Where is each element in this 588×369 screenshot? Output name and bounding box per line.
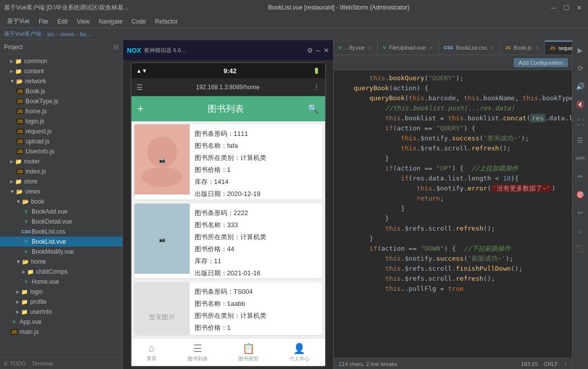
sidebar-item-app-vue[interactable]: V App.vue [0,317,122,327]
book-category-0: 图书所在类别：计算机类 [195,153,317,162]
emulator-settings-icon[interactable]: ⚙ [307,47,313,54]
add-configuration-button[interactable]: Add Configuration [514,58,568,67]
edit-icon[interactable]: ✏ [574,170,586,182]
sidebar-item-book-folder[interactable]: ▼ 📂 book [0,197,122,207]
sidebar-item-booktype-js[interactable]: JS BookType.js [0,96,122,106]
sidebar-item-home-vue[interactable]: V Home.vue [0,277,122,287]
nav-label-home: 首页 [146,355,157,362]
sidebar-item-login-js[interactable]: JS login.js [0,116,122,126]
tab-close-icon[interactable]: ✕ [368,45,372,51]
sidebar-item-network[interactable]: ▼ 📂 network [0,76,122,86]
sidebar-item-router[interactable]: ▶ 📁 router [0,156,122,166]
run-icon[interactable]: ▶ [574,44,586,56]
sidebar-collapse-icon[interactable]: ⊟ [113,44,118,51]
menu-file[interactable]: File [35,17,52,26]
settings-icon[interactable]: ☰ [574,134,586,146]
menu-code[interactable]: Code [127,17,150,26]
todo-label[interactable]: 6: TODO [4,360,26,366]
menu-navigate[interactable]: Navigate [95,17,126,26]
menu-icon[interactable]: ☰ [136,83,143,91]
sidebar-item-booklist-vue[interactable]: V BookList.vue [0,237,122,247]
target-icon[interactable]: 🎯 [574,189,586,201]
sidebar-item-home-js[interactable]: JS home.js [0,106,122,116]
title-bar-controls: ─ ☐ ✕ [549,4,584,12]
breadcrumb-item-3[interactable]: bo... [80,31,90,37]
breadcrumb-item-2[interactable]: views [60,31,74,37]
sidebar-item-profile[interactable]: ▶ 📁 profile [0,297,122,307]
refresh-icon[interactable]: ⟳ [574,62,586,74]
more-icon[interactable]: ⋮ [313,83,320,91]
tab-modify-vue[interactable]: V ...ify.vue ✕ [334,41,378,55]
breadcrumb-item-1[interactable]: src [47,31,55,37]
menu-refactor[interactable]: Refactor [151,17,182,26]
terminal-label[interactable]: Terminal [32,360,53,366]
folder-open-icon: 📂 [22,258,30,266]
sidebar-item-upload-js[interactable]: JS upload.js [0,136,122,146]
nav-item-list[interactable]: ☰ 图书列表 [188,342,208,362]
tab-book-js[interactable]: JS Book.js ✕ [500,41,545,55]
minimize-button[interactable]: ─ [549,4,558,12]
book-barcode-2: 图书条形码：TS004 [195,287,317,296]
sidebar-item-userinfo-js[interactable]: JS UserInfo.js [0,146,122,156]
menu-view[interactable]: View [73,17,94,26]
emulator-bar-left: NOX 夜神模拟器 6.6... [127,47,186,54]
nav-item-profile[interactable]: 👤 个人中心 [289,342,310,362]
app-icon[interactable]: APP [574,152,586,164]
search-button[interactable]: 🔍 [308,103,319,114]
sidebar-item-label: UserInfo.js [26,148,54,155]
home-icon[interactable]: ⌂ [574,225,586,237]
maximize-button[interactable]: ☐ [562,4,571,12]
tab-label: ...ify.vue [345,45,365,51]
sidebar-item-views[interactable]: ▼ 📂 views [0,187,122,197]
mute-icon[interactable]: 🔇 [574,98,586,110]
menu-edit[interactable]: Edit [53,17,72,26]
sidebar-item-content[interactable]: ▶ 📁 content [0,66,122,76]
add-book-button[interactable]: + [137,102,144,115]
arrow-icon: ▼ [10,79,15,84]
sidebar-item-booklist-css[interactable]: CSS BookList.css [0,227,122,237]
sidebar-item-bookadd-vue[interactable]: V BookAdd.vue [0,207,122,217]
book-info-1: 图书条形码：2222 图书名称：333 图书所在类别：计算机类 图书价格：44 … [190,204,322,279]
sidebar-item-main-js[interactable]: JS main.js [0,327,122,337]
sidebar-item-userinfo[interactable]: ▶ 📁 userInfo [0,307,122,317]
tab-request-js[interactable]: JS request.js ✕ [545,41,572,55]
back-icon[interactable]: ↩ [574,207,586,219]
nav-item-home[interactable]: ⌂ 首页 [146,342,157,362]
tab-close-icon[interactable]: ✕ [429,45,433,51]
sidebar-item-common[interactable]: ▶ 📁 common [0,56,122,66]
sidebar-item-store[interactable]: ▶ 📁 store [0,176,122,187]
code-line: queryBook(this.barcode, this.bookName, t… [334,93,572,103]
right-sidebar: ▶ ⟳ 🔊 🔇 ⛶ ☰ APP ✏ 🎯 ↩ ⌂ ⬛ [572,40,588,369]
tab-booklist-css[interactable]: CSS BookList.css ✕ [439,41,500,55]
tab-close-icon[interactable]: ✕ [490,45,495,51]
sidebar-item-label: App.vue [20,318,42,325]
sidebar-item-childcomps[interactable]: ▶ 📁 childComps [0,267,122,277]
js-file-icon: JS [10,328,18,336]
sidebar-item-label: userInfo [30,308,52,315]
code-area[interactable]: this.bookQuery("QUERY"); queryBook(actio… [334,70,572,358]
sidebar-item-login[interactable]: ▶ 📁 login [0,287,122,297]
breadcrumb-item-0[interactable]: 基于Vue客户端 [4,30,41,38]
js-file-icon: JS [16,107,24,115]
tab-fileupload-vue[interactable]: V FileUpload.vue ✕ [378,41,438,55]
editor-area: V ...ify.vue ✕ V FileUpload.vue ✕ CSS Bo… [334,40,572,369]
sidebar-item-home-folder[interactable]: ▼ 📂 home [0,257,122,267]
code-line: } [334,214,572,224]
phone-nav-bar: ⌂ 首页 ☰ 图书列表 📋 图书类型 👤 个人中心 [131,338,325,366]
sidebar-item-bookdetail-vue[interactable]: V BookDetail.vue [0,217,122,227]
square-icon[interactable]: ⬛ [574,243,586,255]
phone-url-bar[interactable]: ☰ 192.168.1.3:8089/home ⋮ [131,78,325,96]
tab-close-icon[interactable]: ✕ [535,45,539,51]
tab-label: request.js [558,45,572,51]
sidebar-item-request-js[interactable]: JS request.js [0,126,122,136]
sidebar-item-bookmodify-vue[interactable]: V BookModify.vue [0,247,122,257]
expand-icon[interactable]: ⛶ [574,116,586,128]
emulator-minimize-icon[interactable]: ─ [316,47,321,54]
volume-icon[interactable]: 🔊 [574,80,586,92]
menu-vue[interactable]: 基于Vue [3,16,34,27]
close-button[interactable]: ✕ [575,4,584,12]
emulator-close-icon[interactable]: ✕ [324,47,329,54]
sidebar-item-book-js[interactable]: JS Book.js [0,86,122,96]
sidebar-item-index-js[interactable]: JS index.js [0,166,122,176]
nav-item-type[interactable]: 📋 图书类型 [238,342,258,362]
